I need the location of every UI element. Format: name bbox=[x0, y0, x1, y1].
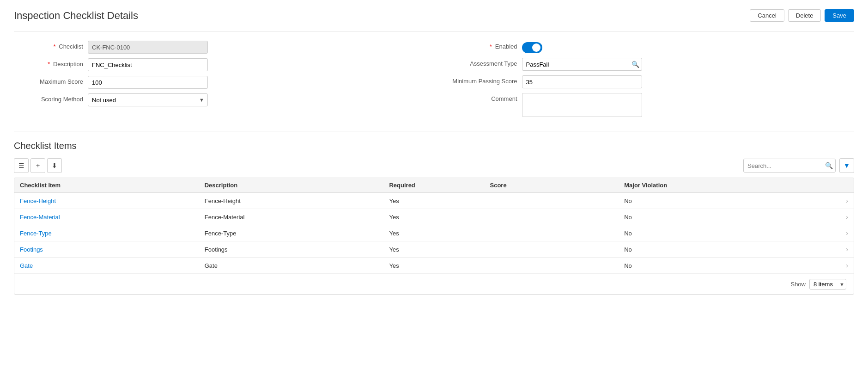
cell-action-3[interactable]: › bbox=[787, 241, 854, 258]
cell-action-0[interactable]: › bbox=[787, 193, 854, 209]
min-passing-score-row: Minimum Passing Score bbox=[448, 75, 855, 88]
header-divider bbox=[14, 31, 854, 31]
checklist-table-wrapper: Checklist Item Description Required Scor… bbox=[14, 178, 854, 295]
cell-required-1: Yes bbox=[383, 209, 484, 225]
item-link-1[interactable]: Fence-Material bbox=[20, 214, 60, 221]
search-input[interactable] bbox=[743, 159, 836, 173]
section-title: Checklist Items bbox=[14, 141, 854, 151]
cell-required-3: Yes bbox=[383, 241, 484, 258]
save-button[interactable]: Save bbox=[825, 9, 854, 22]
cell-score-3 bbox=[485, 241, 619, 258]
checklist-table: Checklist Item Description Required Scor… bbox=[14, 178, 854, 274]
assessment-type-search-icon: 🔍 bbox=[631, 61, 639, 68]
cell-desc-3: Footings bbox=[199, 241, 384, 258]
add-icon: ＋ bbox=[35, 161, 41, 170]
toggle-slider bbox=[522, 42, 542, 53]
col-header-score: Score bbox=[485, 178, 619, 193]
list-view-button[interactable]: ☰ bbox=[14, 158, 29, 173]
form-right-column: * Enabled Assessment Type 🔍 M bbox=[448, 41, 855, 117]
delete-button[interactable]: Delete bbox=[788, 9, 821, 22]
enabled-label: * Enabled bbox=[448, 41, 517, 50]
cell-major-3: No bbox=[619, 241, 786, 258]
cell-major-0: No bbox=[619, 193, 786, 209]
filter-button[interactable]: ▼ bbox=[839, 158, 854, 173]
table-footer: Show 8 items 16 items 32 items ▼ bbox=[14, 274, 854, 294]
item-link-2[interactable]: Fence-Type bbox=[20, 230, 52, 237]
search-box-wrapper: 🔍 bbox=[743, 159, 836, 173]
checklist-items-section: Checklist Items ☰ ＋ ⬇ 🔍 ▼ bbox=[14, 141, 854, 295]
cancel-button[interactable]: Cancel bbox=[750, 9, 784, 22]
table-row[interactable]: Gate Gate Yes No › bbox=[14, 258, 854, 274]
form-left-column: * Checklist * Description Maximum Score … bbox=[14, 41, 420, 117]
description-required-star: * bbox=[48, 61, 50, 68]
checklist-input[interactable] bbox=[88, 41, 208, 54]
checklist-label: * Checklist bbox=[14, 41, 83, 50]
table-body: Fence-Height Fence-Height Yes No › Fence… bbox=[14, 193, 854, 274]
items-per-page-select[interactable]: 8 items 16 items 32 items bbox=[809, 279, 846, 290]
export-button[interactable]: ⬇ bbox=[47, 158, 62, 173]
cell-required-2: Yes bbox=[383, 225, 484, 241]
cell-score-1 bbox=[485, 209, 619, 225]
assessment-type-input[interactable] bbox=[522, 58, 642, 71]
assessment-type-row: Assessment Type 🔍 bbox=[448, 58, 855, 71]
scoring-method-select[interactable]: Not used Sum Average Weighted bbox=[88, 93, 208, 106]
max-score-input[interactable] bbox=[88, 76, 208, 89]
scoring-method-wrapper: Not used Sum Average Weighted ▼ bbox=[88, 93, 208, 106]
checklist-row: * Checklist bbox=[14, 41, 420, 54]
assessment-type-label: Assessment Type bbox=[448, 58, 517, 67]
col-header-action bbox=[787, 178, 854, 193]
max-score-label: Maximum Score bbox=[14, 76, 83, 85]
cell-item-3: Footings bbox=[14, 241, 199, 258]
cell-item-2: Fence-Type bbox=[14, 225, 199, 241]
table-row[interactable]: Fence-Height Fence-Height Yes No › bbox=[14, 193, 854, 209]
section-divider bbox=[14, 131, 854, 131]
item-link-3[interactable]: Footings bbox=[20, 246, 43, 253]
item-link-4[interactable]: Gate bbox=[20, 262, 33, 269]
scoring-method-label: Scoring Method bbox=[14, 93, 83, 103]
description-input[interactable] bbox=[88, 58, 208, 71]
min-passing-score-input[interactable] bbox=[522, 75, 642, 88]
comment-label: Comment bbox=[448, 93, 517, 102]
max-score-row: Maximum Score bbox=[14, 76, 420, 89]
table-header: Checklist Item Description Required Scor… bbox=[14, 178, 854, 193]
toolbar-left: ☰ ＋ ⬇ bbox=[14, 158, 62, 173]
download-icon: ⬇ bbox=[52, 162, 57, 169]
checklist-required-star: * bbox=[54, 43, 56, 50]
cell-item-4: Gate bbox=[14, 258, 199, 274]
col-header-required: Required bbox=[383, 178, 484, 193]
cell-desc-0: Fence-Height bbox=[199, 193, 384, 209]
add-item-button[interactable]: ＋ bbox=[30, 158, 45, 173]
enabled-toggle[interactable] bbox=[522, 42, 542, 53]
form-section: * Checklist * Description Maximum Score … bbox=[14, 41, 854, 117]
scoring-method-row: Scoring Method Not used Sum Average Weig… bbox=[14, 93, 420, 106]
cell-score-0 bbox=[485, 193, 619, 209]
table-row[interactable]: Fence-Type Fence-Type Yes No › bbox=[14, 225, 854, 241]
table-row[interactable]: Footings Footings Yes No › bbox=[14, 241, 854, 258]
list-icon: ☰ bbox=[18, 162, 24, 169]
cell-desc-2: Fence-Type bbox=[199, 225, 384, 241]
col-header-major-violation: Major Violation bbox=[619, 178, 786, 193]
item-link-0[interactable]: Fence-Height bbox=[20, 197, 56, 204]
page-title: Inspection Checklist Details bbox=[14, 10, 138, 22]
table-row[interactable]: Fence-Material Fence-Material Yes No › bbox=[14, 209, 854, 225]
cell-score-2 bbox=[485, 225, 619, 241]
cell-score-4 bbox=[485, 258, 619, 274]
enabled-toggle-wrapper bbox=[522, 41, 542, 53]
items-select-wrapper: 8 items 16 items 32 items ▼ bbox=[809, 279, 846, 290]
search-icon: 🔍 bbox=[825, 162, 833, 169]
show-label: Show bbox=[790, 281, 806, 288]
toolbar-right: 🔍 ▼ bbox=[743, 158, 854, 173]
cell-desc-4: Gate bbox=[199, 258, 384, 274]
description-row: * Description bbox=[14, 58, 420, 71]
filter-icon: ▼ bbox=[844, 162, 850, 169]
comment-textarea[interactable] bbox=[522, 93, 642, 117]
cell-action-2[interactable]: › bbox=[787, 225, 854, 241]
top-actions: Cancel Delete Save bbox=[750, 9, 854, 22]
cell-item-0: Fence-Height bbox=[14, 193, 199, 209]
toolbar: ☰ ＋ ⬇ 🔍 ▼ bbox=[14, 158, 854, 173]
cell-required-0: Yes bbox=[383, 193, 484, 209]
col-header-description: Description bbox=[199, 178, 384, 193]
cell-action-1[interactable]: › bbox=[787, 209, 854, 225]
cell-major-4: No bbox=[619, 258, 786, 274]
cell-action-4[interactable]: › bbox=[787, 258, 854, 274]
